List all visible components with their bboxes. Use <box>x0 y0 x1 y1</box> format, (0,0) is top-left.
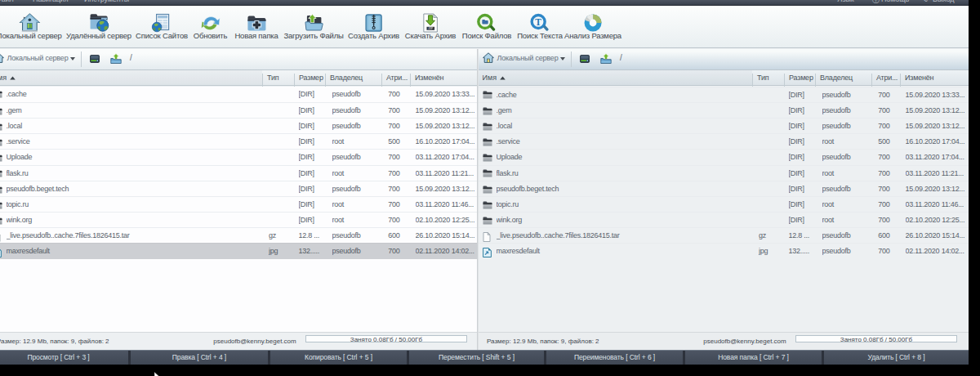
svg-text:ZIP: ZIP <box>429 27 434 30</box>
svg-text:T: T <box>535 17 541 27</box>
